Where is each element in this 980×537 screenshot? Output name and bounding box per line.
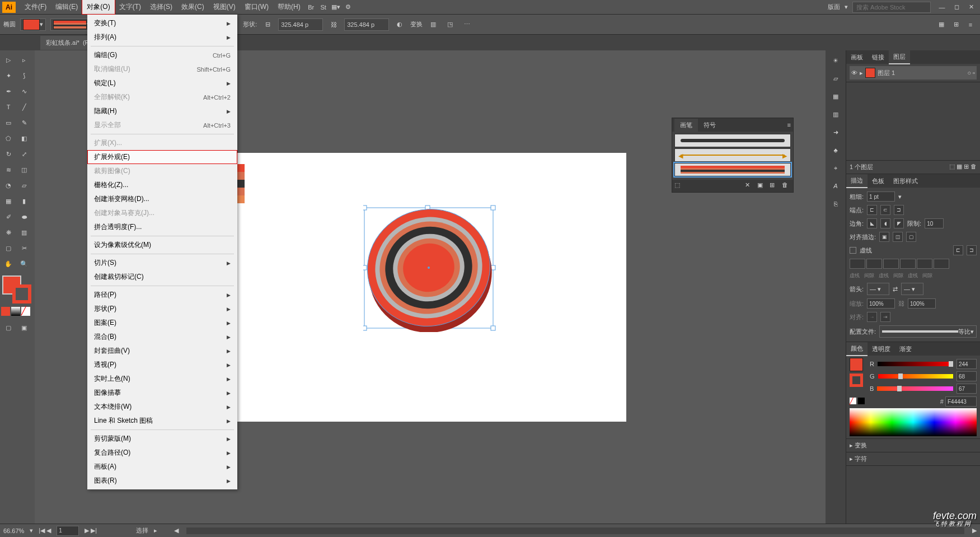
- graph-tool[interactable]: ▥: [17, 225, 31, 240]
- menu-edit[interactable]: 编辑(E): [51, 0, 82, 14]
- dock-crosshair-icon[interactable]: ⌖: [829, 161, 842, 175]
- shaper-tool[interactable]: ⬠: [1, 131, 16, 146]
- line-tool[interactable]: ╱: [17, 100, 31, 114]
- chevron-down-icon[interactable]: ▾: [30, 527, 33, 534]
- menu-item[interactable]: 形状(P)▶: [87, 302, 237, 316]
- r-slider[interactable]: [878, 362, 953, 366]
- chevron-down-icon[interactable]: ▾: [845, 3, 848, 11]
- black-swatch[interactable]: [858, 398, 865, 404]
- align-inside[interactable]: ◫: [893, 232, 903, 242]
- prefs-icon[interactable]: ⊞: [950, 18, 962, 31]
- dock-export-icon[interactable]: ⎘: [829, 197, 842, 211]
- artboard[interactable]: [235, 153, 626, 422]
- scrollbar-left[interactable]: ◀: [174, 527, 179, 534]
- layer-name[interactable]: 图层 1: [878, 69, 895, 77]
- screen-mode-full[interactable]: ▣: [17, 320, 31, 335]
- dash1[interactable]: [850, 259, 865, 269]
- isolate-icon[interactable]: ▥: [427, 18, 439, 31]
- menu-view[interactable]: 视图(V): [209, 0, 240, 14]
- magic-wand-tool[interactable]: ✦: [1, 68, 16, 83]
- menu-item[interactable]: 设为像素级优化(M): [87, 238, 237, 252]
- remove-stroke-icon[interactable]: ✕: [745, 181, 754, 190]
- align-arrow-1[interactable]: →: [867, 312, 877, 322]
- r-input[interactable]: [956, 359, 977, 369]
- menu-item[interactable]: 封套扭曲(V)▶: [87, 344, 237, 358]
- scrollbar-right[interactable]: ▶: [972, 527, 977, 534]
- menu-item[interactable]: 创建裁切标记(C): [87, 270, 237, 284]
- layers-footer-icons[interactable]: ⬚ ▦ ⊞ 🗑: [949, 163, 977, 171]
- menu-item[interactable]: 扩展外观(E): [87, 150, 237, 164]
- perspective-tool[interactable]: ▱: [17, 178, 31, 193]
- zoom-tool[interactable]: 🔍: [17, 256, 31, 271]
- dash2[interactable]: [883, 259, 899, 269]
- menu-item[interactable]: 画板(A)▶: [87, 460, 237, 474]
- stroke-dropdown[interactable]: ▾: [50, 18, 93, 31]
- dashed-checkbox[interactable]: [850, 247, 856, 254]
- transform-panel-header[interactable]: ▸ 变换: [846, 439, 980, 452]
- menu-effect[interactable]: 效果(C): [177, 0, 209, 14]
- artboard-nav-prev[interactable]: |◀ ◀: [39, 527, 51, 534]
- curvature-tool[interactable]: ∿: [17, 84, 31, 99]
- menu-file[interactable]: 文件(F): [20, 0, 51, 14]
- tab-gradient[interactable]: 渐变: [895, 343, 916, 356]
- eraser-tool[interactable]: ◧: [17, 131, 31, 146]
- brush-calligraphic[interactable]: [674, 134, 791, 147]
- dock-arrow-icon[interactable]: ➜: [829, 125, 842, 139]
- color-stroke-swatch[interactable]: [850, 373, 863, 387]
- tab-graphic-styles[interactable]: 图形样式: [889, 175, 922, 188]
- tab-color[interactable]: 颜色: [846, 342, 868, 356]
- lasso-tool[interactable]: ⟆: [17, 68, 31, 83]
- more-icon[interactable]: ⋯: [461, 18, 473, 31]
- tab-layers[interactable]: 图层: [889, 50, 910, 64]
- g-input[interactable]: [956, 371, 977, 381]
- menu-item[interactable]: 混合(B)▶: [87, 330, 237, 344]
- none-swatch[interactable]: ╱: [850, 398, 856, 404]
- eyedropper-tool[interactable]: ✐: [1, 209, 16, 224]
- align-outside[interactable]: ▢: [906, 232, 916, 242]
- eye-icon[interactable]: 👁: [851, 69, 857, 76]
- stroke-swatch[interactable]: [12, 284, 31, 303]
- gap3[interactable]: [934, 259, 949, 269]
- gradient-tool[interactable]: ▮: [17, 194, 31, 208]
- menu-item[interactable]: 路径(P)▶: [87, 288, 237, 302]
- brush-arrow[interactable]: ▶◀: [674, 148, 791, 162]
- swap-arrows-icon[interactable]: ⇄: [893, 286, 898, 293]
- fill-dropdown[interactable]: ▾: [20, 18, 46, 31]
- menu-item[interactable]: 拼合透明度(F)...: [87, 220, 237, 234]
- minimize-button[interactable]: —: [935, 3, 949, 12]
- doc-setup-icon[interactable]: ▦: [935, 18, 948, 31]
- options-icon[interactable]: ▣: [757, 181, 766, 190]
- fill-stroke-swatch[interactable]: [1, 275, 32, 303]
- dock-swatches-icon[interactable]: ▱: [829, 72, 842, 85]
- tab-swatches[interactable]: 色板: [868, 175, 889, 188]
- width-input[interactable]: [278, 18, 323, 31]
- artboard-tool[interactable]: ▢: [1, 241, 16, 255]
- menu-item[interactable]: 剪切蒙版(M)▶: [87, 432, 237, 446]
- join-round[interactable]: ◖: [880, 218, 890, 228]
- menu-help[interactable]: 帮助(H): [273, 0, 305, 14]
- char-panel-header[interactable]: ▸ 字符: [846, 452, 980, 466]
- menu-item[interactable]: 锁定(L)▶: [87, 76, 237, 90]
- b-slider[interactable]: [877, 386, 953, 391]
- hand-tool[interactable]: ✋: [1, 256, 16, 271]
- align-center[interactable]: ▣: [879, 232, 889, 242]
- menu-item[interactable]: 透视(P)▶: [87, 358, 237, 372]
- mesh-tool[interactable]: ▦: [1, 194, 16, 208]
- rotate-tool[interactable]: ↻: [1, 147, 16, 161]
- gap2[interactable]: [900, 259, 916, 269]
- corner-icon[interactable]: ◐: [393, 18, 406, 31]
- menu-item[interactable]: 图案(E)▶: [87, 316, 237, 330]
- shape-builder-tool[interactable]: ◔: [1, 178, 16, 193]
- type-tool[interactable]: T: [1, 100, 16, 114]
- hex-input[interactable]: [945, 396, 977, 407]
- arrange-icon[interactable]: ◳: [444, 18, 456, 31]
- scale-tool[interactable]: ⤢: [17, 147, 31, 161]
- menu-select[interactable]: 选择(S): [146, 0, 177, 14]
- tab-transparency[interactable]: 透明度: [868, 343, 895, 356]
- dock-brushes-icon[interactable]: ▦: [829, 90, 842, 103]
- brush-tool[interactable]: ✎: [17, 115, 31, 130]
- dock-color-guide-icon[interactable]: ☀: [829, 54, 842, 67]
- cap-butt[interactable]: ⊏: [867, 205, 877, 215]
- maximize-button[interactable]: ◻: [950, 3, 963, 12]
- arrow-start[interactable]: — ▾: [867, 283, 889, 295]
